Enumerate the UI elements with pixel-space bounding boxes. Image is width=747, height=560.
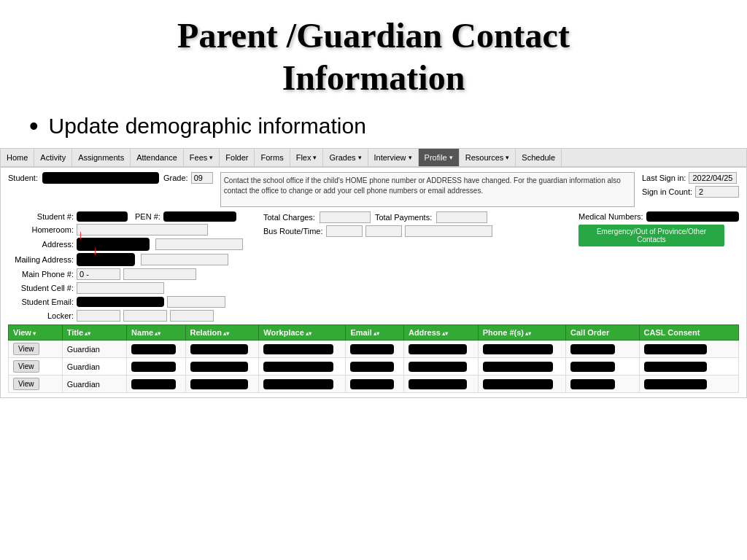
nav-home[interactable]: Home	[1, 149, 34, 166]
address-label: Address:	[8, 240, 74, 249]
cell-input[interactable]	[77, 282, 164, 294]
table-header-row: View▾ Title▴▾ Name▴▾ Relation▴▾ Workplac…	[9, 325, 739, 341]
nav-activity[interactable]: Activity	[34, 149, 72, 166]
row2-relation	[185, 358, 259, 376]
total-payments-input[interactable]	[436, 211, 487, 223]
signin-count-value: 2	[695, 186, 739, 198]
signin-count-row: Sign in Count: 2	[642, 186, 739, 198]
bullet-item: • Update demographic information	[29, 113, 718, 139]
row2-title: Guardian	[62, 358, 126, 376]
locker-input1[interactable]	[77, 310, 120, 322]
email-input2[interactable]	[167, 296, 225, 308]
locker-input3[interactable]	[170, 310, 214, 322]
mailing-redacted	[77, 253, 135, 266]
contacts-table: View▾ Title▴▾ Name▴▾ Relation▴▾ Workplac…	[8, 324, 739, 393]
right-fields: Medical Numbers: Emergency/Out of Provin…	[578, 211, 739, 322]
nav-profile[interactable]: Profile▾	[419, 149, 460, 166]
message-box: Contact the school office if the child's…	[220, 172, 635, 207]
homeroom-input[interactable]	[77, 224, 208, 236]
row1-casl	[639, 341, 738, 358]
row3-title: Guardian	[62, 376, 126, 393]
medical-redacted	[646, 211, 739, 222]
row1-workplace	[259, 341, 346, 358]
nav-grades[interactable]: Grades▾	[323, 149, 368, 166]
th-view: View▾	[9, 325, 63, 341]
th-title: Title▴▾	[62, 325, 126, 341]
email-row: Student Email:	[8, 296, 256, 308]
navbar: Home Activity Assignments Attendance Fee…	[0, 148, 747, 167]
nav-folder[interactable]: Folder	[220, 149, 255, 166]
nav-fees[interactable]: Fees▾	[184, 149, 220, 166]
grade-box: Grade:	[163, 172, 213, 184]
row3-relation	[185, 376, 259, 393]
address-input2[interactable]	[155, 238, 243, 250]
address-redacted	[77, 238, 150, 251]
table-row: View Guardian	[9, 341, 739, 358]
bullet-section: • Update demographic information	[0, 106, 747, 148]
th-name: Name▴▾	[127, 325, 185, 341]
row3-name	[127, 376, 185, 393]
view-btn-3[interactable]: View	[13, 378, 39, 390]
cell-row: Student Cell #:	[8, 282, 256, 294]
total-charges-input[interactable]	[320, 211, 371, 223]
fields-section: Student #: PEN #: Homeroom: Address: ↓ M…	[8, 211, 739, 322]
row2-name	[127, 358, 185, 376]
locker-input2[interactable]	[123, 310, 167, 322]
last-signin-row: Last Sign in: 2022/04/25	[642, 172, 739, 184]
row2-callorder	[566, 358, 640, 376]
main-phone-input[interactable]	[77, 268, 120, 280]
student-num-row: Student #: PEN #:	[8, 211, 256, 222]
row1-relation	[185, 341, 259, 358]
nav-forms[interactable]: Forms	[255, 149, 290, 166]
nav-interview[interactable]: Interview▾	[368, 149, 419, 166]
view-btn-2[interactable]: View	[13, 360, 39, 373]
bullet-dot: •	[29, 113, 39, 139]
bus-input1[interactable]	[326, 225, 363, 237]
total-payments-label: Total Payments:	[375, 213, 432, 222]
view-btn-1[interactable]: View	[13, 343, 39, 355]
email-label: Student Email:	[8, 298, 74, 306]
nav-schedule[interactable]: Schedule	[516, 149, 562, 166]
th-phone: Phone #(s)▴▾	[478, 325, 565, 341]
row2-email	[346, 358, 404, 376]
email-redacted	[77, 297, 164, 307]
th-workplace: Workplace▴▾	[259, 325, 346, 341]
bus-label: Bus Route/Time:	[263, 227, 323, 236]
last-signin-value: 2022/04/25	[689, 172, 736, 184]
cell-label: Student Cell #:	[8, 284, 74, 292]
student-field: Student: Grade:	[8, 172, 213, 184]
row3-workplace	[259, 376, 346, 393]
center-fields: Total Charges: Total Payments: Bus Route…	[263, 211, 571, 322]
nav-resources[interactable]: Resources▾	[460, 149, 516, 166]
th-call-order: Call Order	[566, 325, 640, 341]
row2-view[interactable]: View	[9, 358, 63, 376]
locker-row: Locker:	[8, 310, 256, 322]
row3-callorder	[566, 376, 640, 393]
row2-address	[403, 358, 478, 376]
signin-info: Last Sign in: 2022/04/25 Sign in Count: …	[642, 172, 739, 198]
nav-assignments[interactable]: Assignments	[72, 149, 131, 166]
main-phone-ext[interactable]	[123, 268, 196, 280]
mailing-input2[interactable]	[141, 254, 228, 265]
mailing-row: Mailing Address: ↓	[8, 253, 256, 266]
table-row: View Guardian	[9, 376, 739, 393]
nav-attendance[interactable]: Attendance	[131, 149, 184, 166]
row3-view[interactable]: View	[9, 376, 63, 393]
bus-input3[interactable]	[405, 225, 492, 237]
arrow-address: ↓	[77, 228, 84, 243]
homeroom-row: Homeroom:	[8, 224, 256, 236]
row1-title: Guardian	[62, 341, 126, 358]
row3-casl	[639, 376, 738, 393]
nav-flex[interactable]: Flex▾	[290, 149, 324, 166]
emergency-button[interactable]: Emergency/Out of Province/Other Contacts	[578, 225, 724, 246]
pen-label: PEN #:	[135, 212, 160, 221]
student-num-redacted	[77, 211, 128, 222]
main-content: Student: Grade: Contact the school offic…	[0, 167, 747, 398]
row1-view[interactable]: View	[9, 341, 63, 358]
bus-input2[interactable]	[365, 225, 402, 237]
student-num-label: Student #:	[8, 212, 74, 221]
grade-input[interactable]	[191, 172, 213, 184]
top-row: Student: Grade: Contact the school offic…	[8, 172, 739, 207]
bus-row: Bus Route/Time:	[263, 225, 571, 237]
row1-name	[127, 341, 185, 358]
